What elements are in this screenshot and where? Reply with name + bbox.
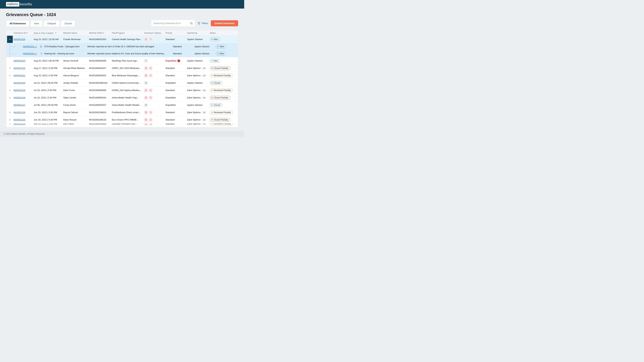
expand-button[interactable] xyxy=(7,116,13,123)
grievance-id-link[interactable]: NHGR1022 xyxy=(14,67,25,69)
date-cell: Jul 15, 2022 | 3:30 PM xyxy=(34,89,63,91)
tab-delayed[interactable]: Delayed xyxy=(44,20,59,26)
col-date[interactable]: Date & Time Created xyxy=(34,32,63,34)
member-name-cell: Rayna Calzoni xyxy=(63,111,89,114)
type-icons-cell xyxy=(144,103,166,107)
tab-new[interactable]: New xyxy=(31,20,42,26)
bag-icon xyxy=(144,88,148,92)
opened-by-cell: Jaydon Stanton xyxy=(187,104,210,106)
card-icon xyxy=(144,103,148,107)
expand-button[interactable] xyxy=(7,64,13,72)
expand-button[interactable] xyxy=(7,87,13,94)
col-types[interactable]: Grievance Type(s) xyxy=(144,32,166,34)
col-grievance-id[interactable]: Grievance ID # xyxy=(14,32,34,34)
col-plan[interactable]: Plan/Program xyxy=(112,32,144,34)
alert-icon: ! xyxy=(178,59,180,62)
col-status[interactable]: Status xyxy=(210,32,238,34)
sub-desc-cell: Member reported an item of Order ID #: 2… xyxy=(88,45,173,48)
status-badge: Closed xyxy=(210,103,222,107)
grievance-id-link[interactable]: NHGR1021 xyxy=(14,74,25,77)
submit-grievance-button[interactable]: Submit Grievance xyxy=(211,20,238,26)
type-icons-cell xyxy=(144,81,166,85)
status-badge: Reviewed Partially xyxy=(210,74,233,77)
grievance-id-link[interactable]: NHGR1017 xyxy=(14,104,25,106)
expand-button[interactable] xyxy=(7,109,13,116)
bag-icon xyxy=(144,37,148,41)
type-icons-cell xyxy=(144,123,166,125)
tab-all-grievances[interactable]: All Grievances xyxy=(6,20,29,26)
expand-button[interactable] xyxy=(7,94,13,101)
status-badge: Reviewed Partially xyxy=(210,88,233,92)
grievance-id-link[interactable]: NHGR1023 xyxy=(14,59,25,62)
table-body: NHGR1024 Aug 23, 2022 | 10:30 AM Charlie… xyxy=(6,36,238,127)
plan-cell: H2563_016 Optima Medica… xyxy=(112,89,144,91)
table-row: NHGR1017 Jul 05, 2022 | 09:30 PM Corey D… xyxy=(6,101,238,109)
nhid-cell: NH20180051053 xyxy=(89,38,112,40)
filter-icon xyxy=(198,22,200,25)
member-name-cell: Talan Carder xyxy=(63,96,89,99)
collapse-button[interactable] xyxy=(7,36,13,43)
opened-by-cell: Jaydon Stanton xyxy=(194,52,216,55)
expand-button[interactable] xyxy=(7,72,13,79)
status-badge: Closed Partially xyxy=(210,96,230,99)
plan-cell: Aetna Better Health Medall… xyxy=(112,104,144,106)
brand-logo: nations benefits xyxy=(6,2,32,6)
priority-cell: Standard xyxy=(166,118,187,121)
gear-icon xyxy=(144,59,148,63)
status-badge: Closed Partially xyxy=(210,118,230,122)
member-name-cell: Hanna Bergson xyxy=(63,74,89,77)
action-bar: Filters Submit Grievance xyxy=(151,20,238,26)
tab-closed[interactable]: Closed xyxy=(61,20,75,26)
date-cell: Jul 05, 2022 | 09:30 PM xyxy=(34,104,63,106)
status-badge: New xyxy=(216,45,226,48)
type-icons-cell xyxy=(144,66,166,70)
opened-by-cell: Zaire Siphron+1 xyxy=(187,118,210,121)
bag-icon xyxy=(144,123,148,125)
type-icons-cell xyxy=(144,74,166,77)
priority-cell: Standard xyxy=(166,38,187,40)
date-cell: Aug 17, 2022 | 5:30 PM xyxy=(34,67,63,69)
page-body: Grievances Queue - 1024 All Grievances N… xyxy=(0,8,244,127)
expand-button[interactable] xyxy=(7,123,13,125)
col-member-name[interactable]: Member Name xyxy=(63,32,89,34)
member-name-cell: Jordyn Dokidis xyxy=(63,82,89,84)
opened-by-cell: Jaydon Stanton xyxy=(194,45,216,48)
sub-grievance-id-link[interactable]: NHGR1024_2 xyxy=(23,52,37,55)
opened-by-cell: Zaire Siphron+1 xyxy=(187,123,210,125)
search-input[interactable] xyxy=(154,22,190,25)
grievance-id-link[interactable]: NHGR1015 xyxy=(14,118,25,121)
sub-grievance-id-link[interactable]: NHGR1024_1 xyxy=(23,45,37,48)
sub-row: NHGR1024_2 Hearing Aid - Hearing aid iss… xyxy=(6,50,238,57)
nhid-cell: NH20180054207 xyxy=(89,67,112,69)
opened-by-count-badge: +1 xyxy=(202,89,206,91)
member-name-cell: Leo Franci xyxy=(63,123,89,125)
bag-icon xyxy=(40,45,42,48)
brand-rest: benefits xyxy=(20,2,32,6)
nhid-cell: NH20180056056 xyxy=(89,89,112,91)
grievance-id-link[interactable]: NHGR1019 xyxy=(14,89,25,91)
ear-icon xyxy=(149,123,152,125)
col-priority[interactable]: Priority xyxy=(166,32,187,34)
nhid-cell: NH20180055434 xyxy=(89,96,112,99)
col-opened-by[interactable]: Opened by xyxy=(187,32,210,34)
chevron-cell xyxy=(6,36,14,43)
sort-icon xyxy=(55,32,57,34)
filters-button[interactable]: Filters xyxy=(198,22,208,25)
opened-by-cell: Jaydon Stanton xyxy=(187,82,210,84)
col-nhid[interactable]: Member NHID # xyxy=(89,32,112,34)
type-icons-cell xyxy=(144,88,166,92)
sub-desc-cell: Member reported issues related to Fit, C… xyxy=(88,52,173,55)
status-badge: Reviewed Partially xyxy=(210,111,233,114)
grievance-id-link[interactable]: NHGR1024 xyxy=(14,38,25,40)
grievance-id-link[interactable]: NHGR1016 xyxy=(14,111,25,114)
opened-by-cell: Zaire Siphron+1 xyxy=(187,96,210,99)
status-badge: New xyxy=(210,59,220,63)
grievance-id-link[interactable]: NHGR1014 xyxy=(14,123,25,125)
grievance-id-link[interactable]: NHGR1018 xyxy=(14,96,25,99)
status-badge: New xyxy=(216,52,226,55)
status-cell: Closed xyxy=(210,103,238,107)
tabs: All Grievances New Delayed Closed xyxy=(6,20,75,26)
svg-line-1 xyxy=(192,24,192,24)
grievance-id-link[interactable]: NHGR1020 xyxy=(14,82,25,84)
search-icon[interactable] xyxy=(190,22,193,25)
